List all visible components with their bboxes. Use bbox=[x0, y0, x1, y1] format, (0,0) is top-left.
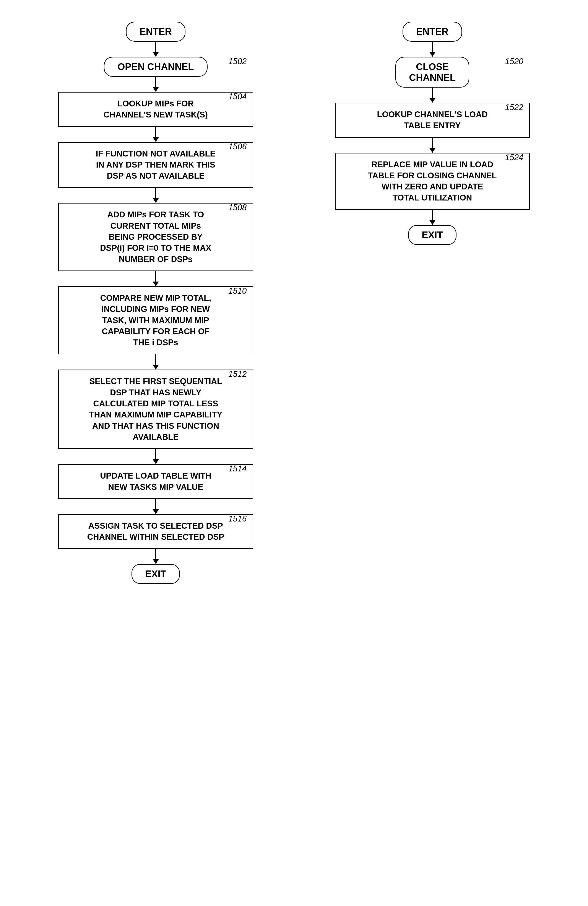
step-1504-label: 1504 bbox=[228, 92, 247, 101]
step-1524-row: REPLACE MIP VALUE IN LOADTABLE FOR CLOSI… bbox=[294, 153, 570, 210]
step-1522-row: LOOKUP CHANNEL'S LOADTABLE ENTRY 1522 bbox=[294, 103, 570, 138]
step-1516-label: 1516 bbox=[228, 514, 247, 523]
step-1520-label: 1520 bbox=[505, 57, 523, 66]
step-1512-label: 1512 bbox=[228, 370, 247, 379]
step-1520-row: CLOSECHANNEL 1520 bbox=[294, 57, 570, 88]
step-1508-label: 1508 bbox=[228, 203, 247, 212]
step-1510-label: 1510 bbox=[228, 286, 247, 296]
step-1506-label: 1506 bbox=[228, 142, 247, 151]
left-exit-wrapper: EXIT bbox=[18, 564, 294, 584]
left-enter-wrapper: ENTER bbox=[18, 22, 294, 41]
arrow-2 bbox=[153, 77, 159, 92]
left-flow-column: ENTER OPEN CHANNEL 1502 LOOKUP MIPs FORC… bbox=[18, 13, 294, 584]
arrow-r3 bbox=[429, 138, 435, 153]
step-1508-box: ADD MIPs FOR TASK TOCURRENT TOTAL MIPsBE… bbox=[58, 203, 253, 271]
step-1502-label: 1502 bbox=[228, 57, 247, 66]
step-1504-box: LOOKUP MIPs FORCHANNEL'S NEW TASK(S) bbox=[58, 92, 253, 127]
arrow-r4 bbox=[429, 210, 435, 225]
arrow-r2 bbox=[429, 88, 435, 103]
step-1524-label: 1524 bbox=[505, 153, 523, 162]
step-1506-box: IF FUNCTION NOT AVAILABLEIN ANY DSP THEN… bbox=[58, 142, 253, 188]
step-1514-box: UPDATE LOAD TABLE WITHNEW TASKS MIP VALU… bbox=[58, 464, 253, 499]
arrow-9 bbox=[153, 549, 159, 564]
arrow-1 bbox=[153, 41, 159, 57]
step-1522-box: LOOKUP CHANNEL'S LOADTABLE ENTRY bbox=[335, 103, 530, 138]
step-1512-box: SELECT THE FIRST SEQUENTIALDSP THAT HAS … bbox=[58, 370, 253, 449]
arrow-7 bbox=[153, 449, 159, 464]
step-1512-row: SELECT THE FIRST SEQUENTIALDSP THAT HAS … bbox=[18, 370, 294, 449]
arrow-r1 bbox=[429, 41, 435, 57]
arrow-6 bbox=[153, 354, 159, 370]
diagram-container: ENTER OPEN CHANNEL 1502 LOOKUP MIPs FORC… bbox=[0, 0, 588, 597]
right-exit-terminal: EXIT bbox=[408, 225, 457, 245]
step-1516-box: ASSIGN TASK TO SELECTED DSPCHANNEL WITHI… bbox=[58, 514, 253, 549]
step-1522-label: 1522 bbox=[505, 103, 523, 112]
step-1524-box: REPLACE MIP VALUE IN LOADTABLE FOR CLOSI… bbox=[335, 153, 530, 210]
arrow-4 bbox=[153, 188, 159, 203]
step-1514-row: UPDATE LOAD TABLE WITHNEW TASKS MIP VALU… bbox=[18, 464, 294, 499]
right-exit-wrapper: EXIT bbox=[294, 225, 570, 245]
step-1516-row: ASSIGN TASK TO SELECTED DSPCHANNEL WITHI… bbox=[18, 514, 294, 549]
step-1520-box: CLOSECHANNEL bbox=[395, 57, 469, 88]
step-1510-box: COMPARE NEW MIP TOTAL,INCLUDING MIPs FOR… bbox=[58, 286, 253, 354]
step-1510-row: COMPARE NEW MIP TOTAL,INCLUDING MIPs FOR… bbox=[18, 286, 294, 354]
step-1504-row: LOOKUP MIPs FORCHANNEL'S NEW TASK(S) 150… bbox=[18, 92, 294, 127]
step-1508-row: ADD MIPs FOR TASK TOCURRENT TOTAL MIPsBE… bbox=[18, 203, 294, 271]
step-1502-box: OPEN CHANNEL bbox=[104, 57, 207, 77]
step-1502-row: OPEN CHANNEL 1502 bbox=[18, 57, 294, 77]
left-enter-terminal: ENTER bbox=[126, 22, 185, 41]
arrow-3 bbox=[153, 127, 159, 142]
arrow-5 bbox=[153, 271, 159, 286]
arrow-8 bbox=[153, 499, 159, 514]
right-flow-column: ENTER CLOSECHANNEL 1520 LOOKUP CHANNEL'S… bbox=[294, 13, 570, 245]
right-enter-wrapper: ENTER bbox=[294, 22, 570, 41]
right-enter-terminal: ENTER bbox=[403, 22, 462, 41]
step-1506-row: IF FUNCTION NOT AVAILABLEIN ANY DSP THEN… bbox=[18, 142, 294, 188]
left-exit-terminal: EXIT bbox=[132, 564, 180, 584]
step-1514-label: 1514 bbox=[228, 464, 247, 474]
